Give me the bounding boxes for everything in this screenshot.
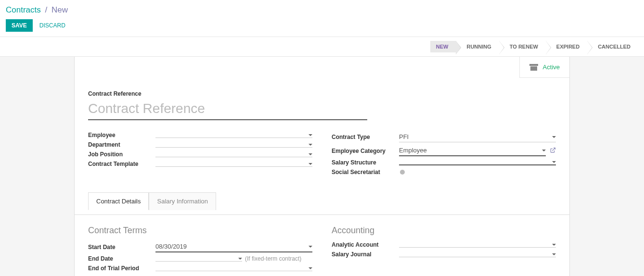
status-cancelled[interactable]: CANCELLED (587, 41, 638, 52)
end-date-hint: (If fixed-term contract) (245, 255, 301, 262)
analytic-account-select[interactable] (399, 242, 556, 248)
start-date-label: Start Date (88, 244, 155, 251)
chevron-down-icon (552, 161, 556, 163)
status-expired[interactable]: EXPIRED (546, 41, 587, 52)
accounting-title: Accounting (332, 226, 556, 236)
chevron-down-icon (309, 153, 312, 155)
contract-template-label: Contract Template (88, 161, 155, 167)
chevron-down-icon (309, 144, 312, 146)
employee-category-label: Employee Category (332, 148, 399, 154)
job-position-select[interactable] (155, 152, 312, 157)
chevron-down-icon (552, 253, 556, 255)
chevron-down-icon (238, 258, 242, 260)
department-label: Department (88, 141, 155, 148)
status-dot-icon (400, 170, 405, 175)
tab-salary-information[interactable]: Salary Information (149, 192, 216, 210)
employee-label: Employee (88, 132, 155, 138)
contract-reference-input[interactable] (88, 99, 367, 120)
analytic-account-label: Analytic Account (332, 241, 399, 248)
employee-select[interactable] (155, 133, 312, 138)
tab-contract-details[interactable]: Contract Details (88, 192, 149, 210)
start-date-input[interactable]: 08/30/2019 (155, 241, 312, 252)
discard-button[interactable]: DISCARD (39, 22, 65, 29)
salary-journal-select[interactable] (399, 252, 556, 257)
contract-reference-label: Contract Reference (88, 90, 556, 97)
chevron-down-icon (309, 246, 312, 248)
chevron-down-icon (552, 244, 556, 246)
chevron-down-icon (552, 136, 556, 138)
breadcrumb-sep: / (45, 5, 47, 14)
end-trial-input[interactable] (155, 266, 312, 271)
end-date-input[interactable] (155, 256, 242, 262)
external-link-icon[interactable] (550, 147, 556, 155)
status-new[interactable]: NEW (430, 41, 456, 52)
breadcrumb-parent[interactable]: Contracts (6, 5, 41, 14)
contract-type-select[interactable]: PFI (399, 132, 556, 142)
contract-terms-title: Contract Terms (88, 226, 312, 236)
salary-structure-label: Salary Structure (332, 159, 399, 166)
chevron-down-icon (309, 134, 312, 136)
department-select[interactable] (155, 142, 312, 148)
save-button[interactable]: SAVE (6, 19, 33, 32)
breadcrumb-current: New (52, 5, 68, 14)
active-toggle[interactable]: Active (519, 57, 569, 78)
employee-category-select[interactable]: Employee (399, 145, 546, 156)
end-date-label: End Date (88, 255, 155, 262)
contract-type-label: Contract Type (332, 134, 399, 140)
status-bar: NEW RUNNING TO RENEW EXPIRED CANCELLED (430, 41, 638, 52)
salary-structure-select[interactable] (399, 160, 556, 165)
breadcrumb: Contracts / New (6, 5, 638, 15)
status-to-renew[interactable]: TO RENEW (499, 41, 546, 52)
chevron-down-icon (309, 267, 312, 269)
social-secretariat-label: Social Secretariat (332, 169, 399, 176)
job-position-label: Job Position (88, 151, 155, 158)
chevron-down-icon (309, 163, 312, 165)
contract-template-select[interactable] (155, 162, 312, 167)
end-trial-label: End of Trial Period (88, 265, 155, 272)
social-secretariat-status[interactable] (399, 170, 405, 175)
status-running[interactable]: RUNNING (456, 41, 499, 52)
chevron-down-icon (542, 150, 546, 151)
active-label: Active (543, 63, 560, 71)
archive-icon (529, 64, 538, 71)
salary-journal-label: Salary Journal (332, 251, 399, 258)
